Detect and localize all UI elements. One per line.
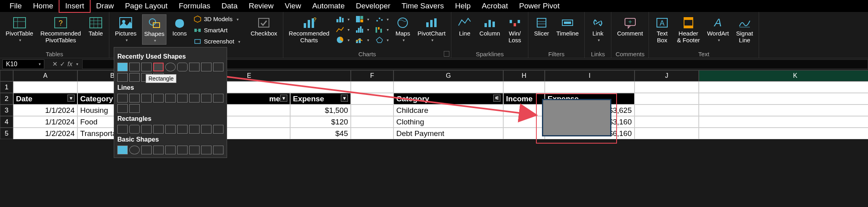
shape-line[interactable] <box>129 63 140 71</box>
chart-histogram-icon[interactable]: ▾ <box>354 25 370 34</box>
menu-home[interactable]: Home <box>28 0 59 12</box>
shape-rect-9[interactable] <box>213 125 223 134</box>
menu-timesavers[interactable]: Time Savers <box>396 0 449 12</box>
table-row[interactable]: 1/1/2024 <box>13 104 77 116</box>
chart-waterfall-icon[interactable]: ▾ <box>374 25 390 34</box>
shape-scribble[interactable] <box>129 104 140 113</box>
shape-line-2[interactable] <box>129 94 140 103</box>
shape-arrow-down[interactable] <box>117 73 128 82</box>
cell[interactable] <box>545 81 635 93</box>
row-head-4[interactable]: 4 <box>0 116 13 128</box>
shape-textbox[interactable] <box>117 63 128 71</box>
table-row[interactable]: 1/2/2024 <box>13 128 77 139</box>
col-head-H[interactable]: H <box>503 70 545 81</box>
table1-header-expense[interactable]: Expense▾ <box>290 93 351 104</box>
fx-icon[interactable]: fx <box>67 61 72 68</box>
cell[interactable] <box>699 116 868 128</box>
shape-rect-4[interactable] <box>153 125 164 134</box>
shape-basic-trap[interactable] <box>177 146 188 154</box>
shape-line-arrow[interactable] <box>141 63 152 71</box>
shape-line-3[interactable] <box>141 94 152 103</box>
row-head-3[interactable]: 3 <box>0 104 13 116</box>
menu-pagelayout[interactable]: Page Layout <box>119 0 173 12</box>
table2-header-category[interactable]: Category⚟ <box>393 93 503 104</box>
spark-col-button[interactable]: Column <box>478 14 502 39</box>
menu-insert[interactable]: Insert <box>59 0 91 13</box>
filter-icon[interactable]: ▾ <box>280 95 287 102</box>
col-head-G[interactable]: G <box>393 70 503 81</box>
cell[interactable] <box>635 104 699 116</box>
shape-rect-5[interactable] <box>165 125 176 134</box>
shape-freeform-1[interactable] <box>213 94 223 103</box>
table-row[interactable]: Debt Payment <box>393 128 503 139</box>
menu-powerpivot[interactable]: Power Pivot <box>514 0 565 12</box>
cell[interactable] <box>699 128 868 139</box>
shape-rect-3[interactable] <box>141 125 152 134</box>
shape-connector-1[interactable] <box>153 94 164 103</box>
shape-basic-diamond[interactable] <box>189 146 200 154</box>
cell[interactable] <box>635 116 699 128</box>
pivottable-button[interactable]: PivotTable ▾ <box>4 14 35 44</box>
maps-button[interactable]: Maps ▾ <box>393 14 412 44</box>
shape-basic-rtri[interactable] <box>153 146 164 154</box>
table-row[interactable]: Childcare <box>393 104 503 116</box>
shape-rectangle[interactable] <box>153 63 164 71</box>
cell[interactable] <box>635 81 699 93</box>
chart-bar-icon[interactable]: ▾ <box>335 14 350 24</box>
menu-review[interactable]: Review <box>243 0 279 12</box>
cell[interactable] <box>351 93 393 104</box>
cell[interactable] <box>13 81 77 93</box>
shapes-button[interactable]: Shapes ▾ <box>142 14 166 45</box>
icons-button[interactable]: Icons <box>170 14 189 39</box>
cell[interactable] <box>699 93 868 104</box>
cell[interactable] <box>393 81 503 93</box>
menu-acrobat[interactable]: Acrobat <box>476 0 513 12</box>
shape-basic-pent[interactable] <box>201 146 212 154</box>
row-head-2[interactable]: 2 <box>0 93 13 104</box>
shape-connector-2[interactable] <box>165 94 176 103</box>
timeline-button[interactable]: Timeline <box>555 14 580 39</box>
shape-curve-a[interactable] <box>189 94 200 103</box>
rec-charts-button[interactable]: ? Recommended Charts <box>287 14 331 45</box>
checkbox-button[interactable]: Checkbox <box>249 14 279 39</box>
shape-rect-2[interactable] <box>129 125 140 134</box>
recommended-pivottables-button[interactable]: ? Recommended PivotTables <box>39 14 83 45</box>
shape-curve1[interactable] <box>129 73 140 82</box>
cell[interactable] <box>503 81 545 93</box>
shape-rect-8[interactable] <box>201 125 212 134</box>
table-row[interactable]: $1,500 <box>290 104 351 116</box>
smartart-button[interactable]: SmartArt <box>193 26 241 35</box>
cell[interactable] <box>351 81 393 93</box>
sigline-button[interactable]: Signat Line <box>734 14 755 45</box>
textbox-button[interactable]: A Text Box <box>653 14 671 45</box>
table-button[interactable]: Table <box>87 14 105 39</box>
chart-line-icon[interactable]: ▾ <box>335 25 350 34</box>
shape-rect-6[interactable] <box>177 125 188 134</box>
menu-draw[interactable]: Draw <box>91 0 119 12</box>
cell[interactable] <box>351 104 393 116</box>
shape-connector-3[interactable] <box>177 94 188 103</box>
cancel-formula-icon[interactable]: ✕ <box>52 60 57 68</box>
menu-automate[interactable]: Automate <box>306 0 350 12</box>
pictures-button[interactable]: Pictures ▾ <box>113 14 138 44</box>
menu-file[interactable]: File <box>4 0 28 12</box>
shape-basic-hex[interactable] <box>213 146 223 154</box>
name-box[interactable]: K10 ▾ <box>2 59 44 69</box>
table-row[interactable]: $120 <box>290 116 351 128</box>
col-head-I[interactable]: I <box>545 70 635 81</box>
pivotchart-button[interactable]: PivotChart ▾ <box>416 14 447 44</box>
inserted-shape-rectangle[interactable] <box>542 99 611 136</box>
shape-oval[interactable] <box>165 63 176 71</box>
headerfooter-button[interactable]: Header & Footer <box>675 14 702 45</box>
shape-rect-1[interactable] <box>117 125 128 134</box>
shape-basic-textbox[interactable] <box>117 146 128 154</box>
shape-arrow-right[interactable] <box>213 63 223 71</box>
chart-combo-icon[interactable]: ▾ <box>354 35 370 45</box>
chart-scatter-icon[interactable]: ▾ <box>374 14 390 24</box>
spark-line-button[interactable]: Line <box>455 14 474 39</box>
cell[interactable] <box>699 81 868 93</box>
shape-rect-7[interactable] <box>189 125 200 134</box>
confirm-formula-icon[interactable]: ✓ <box>60 60 65 68</box>
menu-developer[interactable]: Developer <box>350 0 396 12</box>
wordart-button[interactable]: A WordArt ▾ <box>706 14 731 44</box>
